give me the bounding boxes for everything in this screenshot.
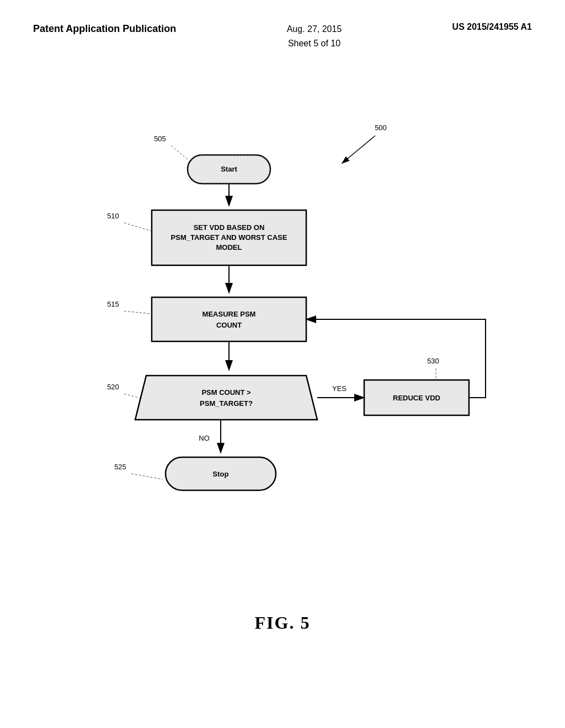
decision-node xyxy=(135,376,317,420)
reduce-vdd-label: REDUCE VDD xyxy=(393,394,440,403)
date-label: Aug. 27, 2015 xyxy=(287,24,342,34)
svg-line-1 xyxy=(342,136,375,163)
measure-psm-label-1: MEASURE PSM xyxy=(202,311,256,319)
ref-525: 525 xyxy=(114,463,126,471)
svg-line-2 xyxy=(171,146,188,159)
stop-label: Stop xyxy=(213,470,229,479)
flowchart-svg: 500 505 Start 510 SET VDD BASED ON PSM_T… xyxy=(0,78,565,602)
sheet-label: Sheet 5 of 10 xyxy=(288,39,340,48)
ref-515: 515 xyxy=(107,300,119,308)
svg-line-4 xyxy=(124,223,152,231)
sheet-info: Aug. 27, 2015 Sheet 5 of 10 xyxy=(287,22,342,50)
start-label: Start xyxy=(221,165,237,174)
decision-label-1: PSM COUNT > xyxy=(201,389,251,397)
ref-510: 510 xyxy=(107,212,119,220)
figure-label: FIG. 5 xyxy=(0,613,565,633)
ref-505: 505 xyxy=(154,135,166,143)
flowchart-diagram: 500 505 Start 510 SET VDD BASED ON PSM_T… xyxy=(0,78,565,602)
ref-500: 500 xyxy=(375,124,387,132)
svg-line-8 xyxy=(131,474,163,479)
set-vdd-label-3: MODEL xyxy=(216,244,242,252)
set-vdd-label-1: SET VDD BASED ON xyxy=(194,224,265,232)
measure-psm-label-2: COUNT xyxy=(216,322,242,330)
svg-line-5 xyxy=(124,311,152,314)
page-header: Patent Application Publication Aug. 27, … xyxy=(0,0,565,61)
decision-label-2: PSM_TARGET? xyxy=(200,400,253,408)
no-label: NO xyxy=(199,434,210,442)
ref-530: 530 xyxy=(427,357,439,365)
patent-number: US 2015/241955 A1 xyxy=(452,22,532,32)
publication-title: Patent Application Publication xyxy=(33,22,176,36)
yes-label: YES xyxy=(332,384,347,393)
measure-psm-node xyxy=(152,297,306,341)
set-vdd-label-2: PSM_TARGET AND WORST CASE xyxy=(171,234,287,242)
ref-520: 520 xyxy=(107,383,119,391)
